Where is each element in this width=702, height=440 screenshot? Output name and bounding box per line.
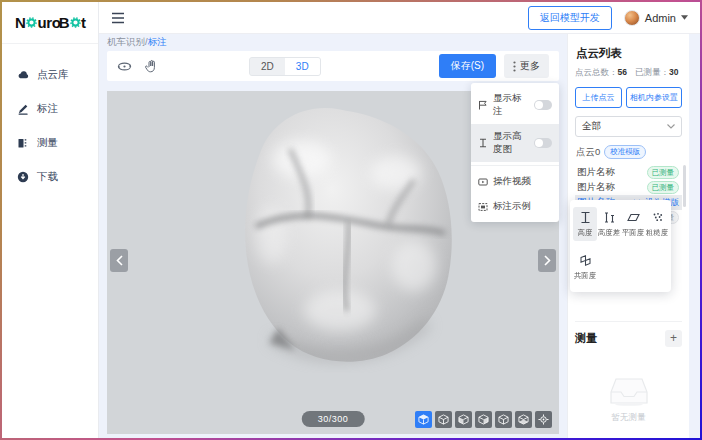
breadcrumb-path[interactable]: 机车识别/ [107, 36, 148, 49]
cube-icon [458, 414, 469, 425]
stat-measured-label: 已测量： [635, 67, 669, 77]
view-cube-button-back[interactable] [495, 411, 512, 428]
tool-coplanarity[interactable]: 共面度 [573, 250, 597, 284]
sidebar-item-annotate[interactable]: 标注 [2, 92, 98, 126]
image-counter-badge: 30/300 [302, 411, 365, 427]
menu-item-show-heightmap[interactable]: 显示高度图 [471, 124, 559, 162]
filter-select[interactable]: 全部 [575, 116, 682, 137]
save-button[interactable]: 保存(S) [439, 54, 496, 78]
cube-icon [418, 414, 429, 425]
screenshot-frame: N ur o B t 点云库 标 [0, 0, 702, 440]
sidebar-item-measure[interactable]: 测量 [2, 126, 98, 160]
tooth-3d-model [211, 97, 469, 373]
sidebar-item-download[interactable]: 下载 [2, 160, 98, 194]
tool-height-diff[interactable]: 高度差 [597, 207, 621, 241]
view-cube-button-front[interactable] [415, 411, 432, 428]
status-badge: 已测量 [647, 166, 680, 179]
panel-stats: 点云总数：56 已测量：30 [575, 67, 682, 79]
stat-measured: 已测量：30 [635, 67, 678, 79]
empty-tray-icon [610, 376, 648, 406]
collapse-sidebar-icon[interactable] [111, 12, 125, 24]
group-name: 点云0 [576, 146, 600, 159]
image-list-item[interactable]: 图片名称 已测量 [575, 165, 682, 180]
filter-select-value: 全部 [582, 120, 601, 133]
empty-text: 暂无测量 [612, 412, 646, 424]
reset-view-button[interactable] [535, 411, 552, 428]
height-diff-icon [603, 211, 616, 224]
chevron-left-icon [116, 255, 123, 266]
sidebar-item-label: 下载 [37, 170, 58, 184]
measure-section-header: 测量 + [575, 321, 682, 347]
list-scrollbar[interactable] [683, 165, 686, 207]
header-actions: 返回模型开发 Admin [528, 6, 688, 30]
sidebar-item-pointcloud-library[interactable]: 点云库 [2, 58, 98, 92]
top-header: 返回模型开发 Admin [99, 2, 700, 34]
more-button[interactable]: 更多 [504, 54, 549, 78]
pointcloud-group-row[interactable]: 点云0 校准模版 [576, 145, 682, 159]
tool-height[interactable]: 高度 [573, 207, 597, 241]
avatar [624, 10, 640, 26]
next-image-button[interactable] [538, 249, 556, 272]
menu-item-label: 显示高度图 [493, 130, 529, 156]
download-icon [17, 171, 29, 183]
tool-label: 高度 [578, 227, 593, 237]
stat-total: 点云总数：56 [575, 67, 627, 79]
pan-hand-icon[interactable] [144, 59, 159, 74]
status-badge: 已测量 [647, 181, 680, 194]
mode-3d-button[interactable]: 3D [285, 58, 320, 75]
coplanarity-icon [579, 254, 592, 267]
chevron-down-icon [667, 124, 675, 129]
tool-roughness[interactable]: 粗糙度 [645, 207, 669, 241]
chevron-down-icon [681, 15, 688, 20]
menu-item-tutorial-video[interactable]: 操作视频 [471, 169, 559, 194]
user-name: Admin [645, 12, 676, 24]
view-cube-button-right[interactable] [475, 411, 492, 428]
stat-total-value: 56 [618, 67, 627, 77]
crosshair-icon [538, 414, 549, 425]
measure-tools-popup: 高度 高度差 平面度 粗糙度 [570, 200, 671, 292]
stat-total-label: 点云总数： [575, 67, 618, 77]
logo-o: o [52, 14, 59, 31]
view-cube-button-bottom[interactable] [515, 411, 532, 428]
back-to-model-dev-button[interactable]: 返回模型开发 [528, 6, 612, 30]
tool-flatness[interactable]: 平面度 [621, 207, 645, 241]
upload-pointcloud-button[interactable]: 上传点云 [575, 87, 622, 108]
measure-title: 测量 [575, 331, 597, 346]
main-column: 机车识别/ 标注 2D 3D [99, 34, 567, 438]
tool-label: 粗糙度 [646, 227, 668, 237]
breadcrumb-current: 标注 [148, 36, 167, 49]
tool-label: 共面度 [574, 270, 596, 280]
sidebar: N ur o B t 点云库 标 [2, 2, 99, 438]
logo-seg: ur [37, 14, 51, 31]
view-cube-button-left[interactable] [455, 411, 472, 428]
mode-2d-button[interactable]: 2D [250, 58, 285, 75]
camera-intrinsics-button[interactable]: 相机内参设置 [626, 87, 682, 108]
logo-seg: t [81, 14, 86, 31]
cube-icon [438, 414, 449, 425]
measure-empty-state: 暂无测量 [575, 376, 682, 438]
prev-image-button[interactable] [110, 249, 128, 272]
show-heightmap-toggle[interactable] [534, 138, 552, 148]
view-cube-button-top[interactable] [435, 411, 452, 428]
show-annotations-toggle[interactable] [534, 100, 552, 110]
add-measure-button[interactable]: + [665, 330, 682, 347]
stat-measured-value: 30 [669, 67, 678, 77]
image-name: 图片名称 [577, 166, 615, 179]
menu-item-annotation-example[interactable]: 标注示例 [471, 194, 559, 219]
sidebar-item-label: 点云库 [37, 68, 69, 82]
sidebar-item-label: 测量 [37, 136, 58, 150]
cube-icon [498, 414, 509, 425]
more-button-label: 更多 [520, 59, 540, 73]
logo-text: N ur o B t [15, 14, 86, 31]
image-name: 图片名称 [577, 181, 615, 194]
height-icon [478, 138, 488, 148]
image-list-item[interactable]: 图片名称 已测量 [575, 180, 682, 195]
menu-divider [471, 165, 559, 166]
rotate-3d-icon[interactable] [117, 59, 132, 74]
view-mode-switch: 2D 3D [249, 57, 321, 76]
breadcrumb: 机车识别/ 标注 [107, 34, 559, 51]
video-icon [478, 177, 488, 187]
user-menu[interactable]: Admin [624, 10, 688, 26]
kebab-dots-icon [513, 61, 516, 72]
menu-item-show-annotations[interactable]: 显示标注 [471, 86, 559, 124]
